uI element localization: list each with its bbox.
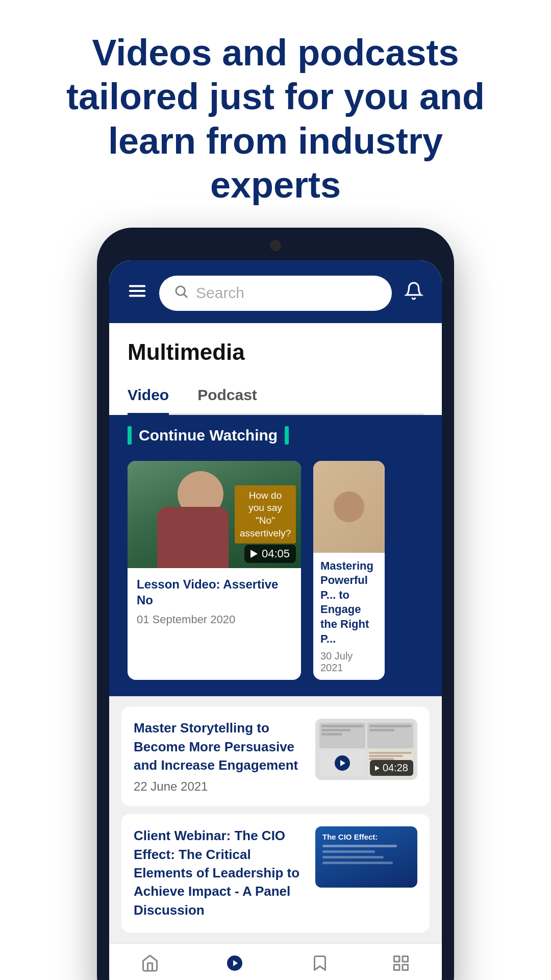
nav-item-activity[interactable]: Activity	[375, 954, 427, 980]
video-card-date-1: 01 September 2020	[137, 613, 292, 626]
svg-rect-9	[394, 965, 400, 970]
partial-date-2: 30 July 2021	[320, 650, 378, 674]
phone-notch	[260, 240, 291, 251]
play-icon-1	[251, 550, 258, 558]
tab-video[interactable]: Video	[128, 377, 169, 415]
search-icon	[173, 284, 189, 303]
list-item-text-1: Master Storytelling to Become More Persu…	[134, 719, 305, 794]
video-card-info-1: Lesson Video: Assertive No 01 September …	[128, 568, 301, 636]
duration-badge-1: 04:05	[244, 545, 296, 563]
list-item-title-1: Master Storytelling to Become More Persu…	[134, 719, 305, 774]
list-thumb-1: 04:28	[315, 719, 417, 780]
video-card-title-1: Lesson Video: Assertive No	[137, 576, 292, 608]
continue-watching-section: Continue Watching	[109, 415, 442, 456]
video-thumb-1: How do you say "No" assertively? 04:05	[128, 461, 301, 568]
video-thumb-2	[313, 461, 385, 553]
list-item-date-1: 22 June 2021	[134, 779, 305, 794]
tab-podcast[interactable]: Podcast	[197, 377, 257, 413]
svg-rect-10	[403, 965, 408, 970]
play-icon	[226, 954, 244, 977]
list-item-text-2: Client Webinar: The CIO Effect: The Crit…	[134, 826, 305, 924]
nav-item-home[interactable]: Home	[124, 954, 176, 980]
svg-line-4	[184, 294, 187, 297]
partial-info-2: Mastering Powerful P... to Engage the Ri…	[313, 553, 385, 680]
overlay-text: How do you say "No" assertively?	[235, 485, 296, 544]
video-card-2[interactable]: Mastering Powerful P... to Engage the Ri…	[313, 461, 385, 680]
list-thumb-2: The CIO Effect:	[315, 826, 417, 888]
list-item-title-2: Client Webinar: The CIO Effect: The Crit…	[134, 826, 305, 919]
cards-scroll: How do you say "No" assertively? 04:05 L…	[109, 456, 442, 697]
tabs: Video Podcast	[128, 377, 423, 415]
phone-screen: Search Multimedia Video Podcast	[109, 260, 442, 980]
thumb-duration-1: 04:28	[370, 760, 413, 776]
nav-item-saved[interactable]: Saved	[294, 954, 345, 980]
app-header: Search	[109, 260, 442, 323]
section-title: Multimedia	[128, 339, 423, 365]
list-item-2[interactable]: Client Webinar: The CIO Effect: The Crit…	[121, 814, 430, 933]
video-card-1[interactable]: How do you say "No" assertively? 04:05 L…	[128, 461, 301, 680]
hero-title: Videos and podcasts tailored just for yo…	[41, 31, 510, 207]
list-section: Master Storytelling to Become More Persu…	[109, 696, 442, 943]
partial-title-2: Mastering Powerful P... to Engage the Ri…	[320, 559, 378, 647]
multimedia-section: Multimedia Video Podcast	[109, 323, 442, 415]
bottom-nav: Home Multimedia Saved	[109, 943, 442, 980]
search-placeholder: Search	[196, 284, 244, 302]
svg-rect-7	[394, 957, 400, 962]
svg-rect-8	[403, 957, 408, 962]
bell-icon[interactable]	[404, 281, 423, 305]
home-icon	[141, 954, 159, 977]
hamburger-icon[interactable]	[128, 281, 147, 305]
list-item-1[interactable]: Master Storytelling to Become More Persu…	[121, 706, 430, 806]
grid-icon	[392, 954, 410, 977]
phone-shell: Search Multimedia Video Podcast	[97, 228, 454, 980]
bookmark-icon	[311, 954, 329, 977]
nav-item-multimedia[interactable]: Multimedia	[206, 954, 264, 980]
hero-section: Videos and podcasts tailored just for yo…	[0, 0, 551, 228]
continue-watching-title: Continue Watching	[128, 426, 423, 445]
search-bar[interactable]: Search	[159, 276, 392, 311]
